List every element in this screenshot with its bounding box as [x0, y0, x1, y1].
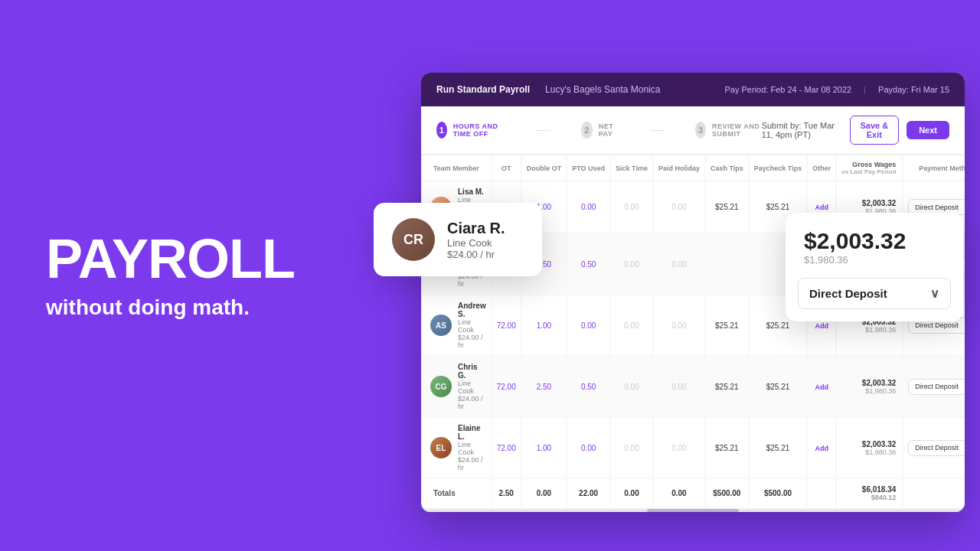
pto-3: 0.50: [567, 357, 609, 416]
ciara-role: Line Cook: [447, 237, 505, 249]
member-cell-3: CG Chris G. Line Cook $24.00 / hr: [423, 357, 491, 416]
double-ot-4: 1.00: [522, 418, 567, 478]
col-payment: Payment Method: [903, 156, 965, 180]
save-exit-button[interactable]: Save & Exit: [850, 116, 900, 145]
gross-4: $2,003.32 $1,980.36: [837, 418, 902, 478]
avatar-3: CG: [430, 376, 452, 397]
ciara-avatar: CR: [392, 218, 435, 261]
avatar-2: AS: [430, 315, 452, 336]
member-cell-2: AS Andrew S. Line Cook $24.00 / hr: [423, 295, 491, 355]
col-cash-tips: Cash Tips: [706, 156, 748, 180]
holiday-2: 0.00: [654, 295, 704, 355]
col-team-member: Team Member: [423, 156, 491, 180]
cash-tips-2: $25.21: [706, 295, 748, 355]
pto-4: 0.00: [567, 418, 609, 478]
step-3-circle: 3: [695, 122, 706, 139]
ot-3: 72.00: [492, 357, 521, 416]
hero-title: PAYROLL: [46, 231, 295, 286]
col-other: Other: [808, 156, 835, 180]
step-1-circle: 1: [436, 122, 447, 139]
scroll-indicator: [421, 509, 965, 512]
step-connector-1: [536, 130, 551, 131]
col-holiday: Paid Holiday: [654, 156, 704, 180]
member-role-2: Line Cook: [458, 318, 486, 334]
paycheck-tips-4: $25.21: [750, 418, 806, 478]
ciara-info: Ciara R. Line Cook $24.00 / hr: [447, 220, 505, 260]
totals-ot: 2.50: [492, 479, 521, 507]
sick-0: 0.00: [611, 181, 652, 233]
direct-deposit-popup: $2,003.32 $1,980.36 Direct Deposit ∨: [786, 213, 963, 321]
cash-tips-4: $25.21: [706, 418, 748, 478]
col-gross-wages: Gross Wages vs Last Pay Period: [837, 156, 902, 180]
next-button[interactable]: Next: [906, 121, 949, 139]
run-payroll-label: Run Standard Payroll: [436, 84, 530, 95]
step-2-label: NET PAY: [599, 122, 619, 138]
pto-2: 0.00: [567, 295, 609, 355]
step-connector-2: [650, 130, 665, 131]
sick-2: 0.00: [611, 295, 652, 355]
sick-3: 0.00: [611, 357, 652, 416]
member-name-3: Chris G.: [458, 363, 486, 380]
member-cell-4: EL Elaine L. Line Cook $24.00 / hr: [423, 418, 491, 478]
step-1[interactable]: 1 HOURS AND TIME OFF: [436, 122, 505, 139]
card-header: Run Standard Payroll Lucy's Bagels Santa…: [421, 73, 965, 106]
payment-3[interactable]: Direct Deposit ∨: [903, 357, 965, 416]
member-name-4: Elaine L.: [458, 424, 486, 441]
cash-tips-1: [706, 234, 748, 294]
payment-4[interactable]: Direct Deposit ∨: [903, 418, 965, 478]
member-role-3: Line Cook: [458, 380, 486, 395]
totals-payment: [903, 479, 965, 507]
ciara-popup: CR Ciara R. Line Cook $24.00 / hr: [374, 203, 542, 276]
col-double-ot: Double OT: [522, 156, 567, 180]
totals-row: Totals 2.50 0.00 22.00 0.00 0.00 $500.00…: [423, 479, 965, 507]
holiday-4: 0.00: [654, 418, 704, 478]
hero-section: PAYROLL without doing math.: [46, 231, 295, 320]
other-4[interactable]: Add: [808, 418, 835, 478]
header-divider: |: [864, 85, 866, 94]
hero-subtitle: without doing math.: [46, 295, 295, 320]
member-name-0: Lisa M.: [458, 187, 486, 196]
step-2[interactable]: 2 NET PAY: [581, 122, 619, 139]
steps-right: Submit by: Tue Mar 11, 4pm (PT) Save & E…: [762, 116, 949, 145]
header-right: Pay Period: Feb 24 - Mar 08 2022 | Payda…: [725, 85, 950, 94]
double-ot-2: 1.00: [522, 295, 567, 355]
pto-1: 0.50: [567, 234, 609, 294]
sick-4: 0.00: [611, 418, 652, 478]
totals-paycheck-tips: $500.00: [750, 479, 806, 507]
paycheck-tips-3: $25.21: [750, 357, 806, 416]
col-pto: PTO Used: [567, 156, 609, 180]
ot-4: 72.00: [492, 418, 521, 478]
dd-amount-section: $2,003.32 $1,980.36: [786, 213, 963, 275]
holiday-0: 0.00: [654, 181, 704, 233]
dd-prev-amount: $1,980.36: [804, 254, 945, 266]
table-row: CG Chris G. Line Cook $24.00 / hr 72.00 …: [423, 357, 965, 416]
ciara-name: Ciara R.: [447, 220, 505, 237]
avatar-4: EL: [430, 437, 452, 458]
other-3[interactable]: Add: [808, 357, 835, 416]
header-left: Run Standard Payroll Lucy's Bagels Santa…: [436, 84, 660, 95]
totals-gross: $6,018.34 $840.12: [837, 479, 902, 507]
totals-other: [808, 479, 835, 507]
cash-tips-0: $25.21: [706, 181, 748, 233]
dd-method-dropdown[interactable]: Direct Deposit ∨: [798, 278, 951, 309]
col-paycheck-tips: Paycheck Tips: [750, 156, 806, 180]
sick-1: 0.00: [611, 234, 652, 294]
step-1-label: HOURS AND TIME OFF: [453, 122, 505, 138]
holiday-3: 0.00: [654, 357, 704, 416]
member-rate-2: $24.00 / hr: [458, 334, 486, 349]
scroll-thumb: [647, 509, 739, 512]
totals-label: Totals: [423, 479, 491, 507]
ciara-rate: $24.00 / hr: [447, 249, 505, 260]
company-name: Lucy's Bagels Santa Monica: [545, 84, 660, 95]
table-header: Team Member OT Double OT PTO Used Sick T…: [423, 156, 965, 180]
step-3[interactable]: 3 REVIEW AND SUBMIT: [695, 122, 761, 139]
member-name-2: Andrew S.: [458, 302, 486, 318]
step-2-circle: 2: [581, 122, 592, 139]
totals-sick: 0.00: [611, 479, 652, 507]
dd-method-label: Direct Deposit: [809, 287, 887, 300]
dd-chevron-icon: ∨: [930, 286, 939, 301]
double-ot-3: 2.50: [522, 357, 567, 416]
dd-gross-amount: $2,003.32: [804, 228, 945, 254]
totals-cash-tips: $500.00: [706, 479, 748, 507]
member-rate-3: $24.00 / hr: [458, 395, 486, 410]
